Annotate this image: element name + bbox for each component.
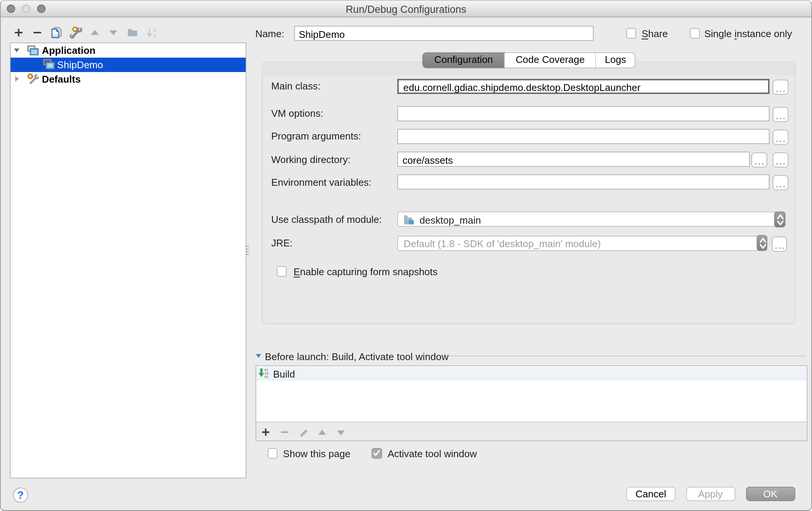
svg-text:a: a [153,27,156,33]
svg-text:z: z [153,33,156,39]
svg-text:01: 01 [264,375,268,378]
